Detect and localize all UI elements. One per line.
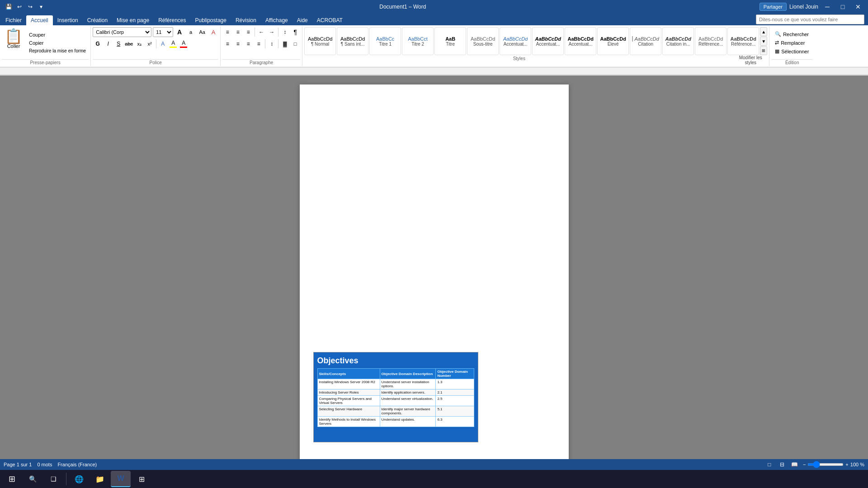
show-marks-button[interactable]: ¶ (290, 27, 300, 37)
superscript-button[interactable]: x² (145, 39, 155, 49)
justify-button[interactable]: ≡ (254, 39, 264, 49)
apps-taskbar-button[interactable]: ⊞ (132, 471, 151, 487)
sort-button[interactable]: ↕ (280, 27, 290, 37)
font-size-select[interactable]: 11 (153, 27, 173, 37)
minimize-button[interactable]: ─ (821, 2, 834, 12)
text-effects-button[interactable]: A (158, 39, 168, 49)
tab-acrobat[interactable]: ACROBAT (312, 15, 347, 25)
underline-button[interactable]: S (113, 39, 123, 49)
align-center-button[interactable]: ≡ (233, 39, 243, 49)
zoom-slider[interactable] (807, 463, 844, 466)
align-left-button[interactable]: ≡ (222, 39, 232, 49)
style-item-reference_intense[interactable]: AaBbCcDd Référence... (727, 27, 759, 55)
style-item-titre1[interactable]: AaBbCc Titre 1 (369, 27, 401, 55)
paragraph-row2: ≡ ≡ ≡ ≡ ↕ ▓ □ (222, 39, 300, 49)
style-item-citation_intense[interactable]: AaBbCcDd Citation in... (662, 27, 694, 55)
strikethrough-button[interactable]: abc (124, 39, 134, 49)
shading-button[interactable]: ▓ (280, 39, 290, 49)
bold-button[interactable]: G (93, 39, 103, 49)
styles-scroll-down[interactable]: ▼ (760, 37, 767, 46)
style-label: ¶ Normal (311, 42, 329, 47)
subscript-button[interactable]: x₂ (134, 39, 144, 49)
word-taskbar-button[interactable]: W (111, 471, 131, 487)
clipboard-group: 📋 Coller Couper Copier Reproduire la mis… (0, 26, 91, 66)
font-increase-button[interactable]: A (175, 27, 184, 37)
slide-table-header: Skills/Concepts (317, 369, 380, 379)
style-item-accentuation[interactable]: AaBbCcDd Accentuat... (500, 27, 531, 55)
tab-insertion[interactable]: Insertion (53, 15, 83, 25)
style-item-normal[interactable]: AaBbCcDd ¶ Normal (304, 27, 336, 55)
document-page[interactable]: Objectives Skills/ConceptsObjective Doma… (300, 84, 569, 459)
multilevel-button[interactable]: ≡ (243, 27, 253, 37)
remplacer-button[interactable]: ⇄ Remplacer (771, 39, 812, 47)
style-item-reference[interactable]: AaBbCcDd Référence... (695, 27, 726, 55)
align-right-button[interactable]: ≡ (243, 39, 253, 49)
style-label: Accentuat... (536, 42, 560, 47)
task-view-button[interactable]: ❑ (43, 471, 63, 487)
coller-button[interactable]: 📋 Coller (2, 27, 25, 58)
save-button[interactable]: 💾 (4, 2, 14, 12)
clipboard-group-label: Presse-papiers (2, 59, 89, 65)
tab-affichage[interactable]: Affichage (261, 15, 292, 25)
highlight-color-button[interactable]: A (168, 39, 178, 49)
font-decrease-button[interactable]: a (186, 27, 196, 37)
tab-publipostage[interactable]: Publipostage (191, 15, 231, 25)
style-item-accentuation3[interactable]: AaBbCcDd Accentuat... (565, 27, 596, 55)
tab-aide[interactable]: Aide (292, 15, 312, 25)
tab-fichier[interactable]: Fichier (1, 15, 26, 25)
web-layout-button[interactable]: ⊟ (778, 460, 787, 469)
font-name-select[interactable]: Calibri (Corp (93, 27, 151, 37)
border-button[interactable]: □ (290, 39, 300, 49)
search-taskbar-button[interactable]: 🔍 (23, 471, 42, 487)
modify-styles-button[interactable]: Modifier les styles (734, 55, 767, 65)
reproduire-button[interactable]: Reproduire la mise en forme (26, 47, 89, 54)
maximize-button[interactable]: □ (836, 2, 849, 12)
read-mode-button[interactable]: 📖 (790, 460, 799, 469)
tab-creation[interactable]: Création (83, 15, 112, 25)
tab-references[interactable]: Références (154, 15, 190, 25)
share-button[interactable]: Partager (760, 3, 787, 11)
styles-more-button[interactable]: ⊞ (760, 46, 767, 55)
font-color-button[interactable]: A (179, 39, 189, 49)
style-preview: AaBbCcDd (535, 36, 561, 42)
close-button[interactable]: ✕ (852, 2, 864, 12)
font-format-row: G I S abc x₂ x² A A (93, 39, 218, 49)
copier-button[interactable]: Copier (26, 39, 89, 47)
styles-scroll-up[interactable]: ▲ (760, 27, 767, 36)
bullets-button[interactable]: ≡ (222, 27, 232, 37)
quick-access-dropdown[interactable]: ▾ (36, 2, 46, 12)
style-item-sous_titre[interactable]: AaBbCcDd Sous-titre (467, 27, 499, 55)
increase-indent-button[interactable]: → (267, 27, 277, 37)
print-layout-button[interactable]: □ (765, 460, 774, 469)
line-spacing-button[interactable]: ↕ (267, 39, 277, 49)
edge-button[interactable]: 🌐 (69, 471, 89, 487)
numbered-button[interactable]: ≡ (233, 27, 243, 37)
selectionner-button[interactable]: ▦ Sélectionner (771, 47, 812, 55)
style-item-sans_interligne[interactable]: AaBbCcDd ¶ Sans int... (337, 27, 368, 55)
change-case-button[interactable]: Aa (197, 27, 207, 37)
couper-button[interactable]: Couper (26, 31, 89, 38)
clear-format-button[interactable]: A (208, 27, 218, 37)
italic-button[interactable]: I (103, 39, 113, 49)
undo-button[interactable]: ↩ (14, 2, 24, 12)
style-item-accentuation2[interactable]: AaBbCcDd Accentuat... (532, 27, 564, 55)
style-preview: AaB (445, 36, 455, 42)
redo-button[interactable]: ↪ (25, 2, 35, 12)
document-area[interactable]: Objectives Skills/ConceptsObjective Doma… (0, 75, 868, 459)
search-input[interactable] (756, 14, 864, 24)
tab-accueil[interactable]: Accueil (26, 15, 53, 25)
svg-rect-1 (0, 75, 868, 75)
start-button[interactable]: ⊞ (2, 471, 22, 487)
style-item-citation[interactable]: AaBbCcDd Citation (630, 27, 661, 55)
tab-revision[interactable]: Révision (231, 15, 261, 25)
rechercher-button[interactable]: 🔍 Rechercher (771, 30, 812, 38)
style-item-eleve[interactable]: AaBbCcDd Élevé (597, 27, 629, 55)
style-item-titre[interactable]: AaB Titre (434, 27, 466, 55)
file-explorer-button[interactable]: 📁 (90, 471, 110, 487)
tab-mise-en-page[interactable]: Mise en page (112, 15, 154, 25)
style-item-titre2[interactable]: AaBbCct Titre 2 (402, 27, 434, 55)
decrease-indent-button[interactable]: ← (256, 27, 266, 37)
style-label: Sous-titre (473, 42, 493, 47)
taskbar-separator (66, 473, 66, 485)
slide-table-cell: Selecting Server Hardware (317, 406, 380, 417)
